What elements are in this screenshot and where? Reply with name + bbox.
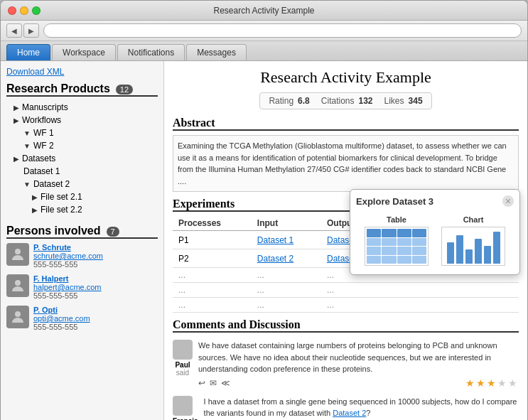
tree-dataset2[interactable]: ▼ Dataset 2 (6, 178, 158, 190)
maximize-button[interactable] (32, 6, 41, 15)
cell-dots: ... (252, 283, 321, 298)
address-bar[interactable] (43, 23, 522, 38)
toolbar: ◀ ▶ (1, 21, 527, 41)
preview-cell (397, 238, 411, 247)
chart-bar (465, 249, 473, 264)
tree-view: ▶ Manuscripts ▶ Workflows ▼ WF 1 ▼ WF 2 … (6, 101, 158, 216)
arrow-icon: ▶ (32, 206, 38, 214)
preview-cell (382, 256, 396, 264)
tab-messages[interactable]: Messages (186, 44, 247, 60)
preview-cell (397, 256, 411, 264)
arrow-icon: ▼ (23, 181, 31, 188)
tab-workspace[interactable]: Workspace (52, 44, 116, 60)
chart-bar (475, 239, 482, 264)
share-icon[interactable]: ≪ (221, 378, 230, 388)
tree-label: File set 2.1 (41, 192, 82, 202)
tree-wf1[interactable]: ▼ WF 1 (6, 126, 158, 139)
person-phone: 555-555-555 (33, 291, 102, 300)
table-option[interactable]: Table (362, 212, 431, 269)
sidebar: Download XML Research Products 12 ▶ Manu… (1, 61, 164, 420)
person-info: P. Opti opti@acme.com 555-555-555 (33, 306, 90, 331)
comments-title: Comments and Discussion (173, 318, 519, 333)
window-title: Research Activity Example (213, 6, 314, 16)
person-email[interactable]: halpert@acme.com (33, 283, 102, 291)
likes-value: 345 (409, 96, 423, 106)
person-item: P. Opti opti@acme.com 555-555-555 (6, 306, 158, 331)
reply-icon[interactable]: ↩ (198, 378, 205, 388)
tree-dataset1[interactable]: Dataset 1 (6, 165, 158, 178)
popup-header: Explore Dataset 3 × (356, 195, 514, 207)
content-area: Research Activity Example Rating 6.8 Cit… (164, 61, 527, 420)
person-email[interactable]: schrute@acme.com (33, 252, 103, 260)
person-name[interactable]: F. Halpert (33, 274, 102, 283)
cell-dots: ... (252, 298, 321, 313)
cell-dots: ... (321, 298, 391, 313)
comment-body: We have dataset containing large numbers… (198, 340, 519, 389)
popup-options: Table (356, 212, 514, 269)
cell-dots: ... (252, 268, 321, 283)
tab-home[interactable]: Home (6, 44, 50, 60)
commenter-said: said (173, 369, 193, 377)
abstract-text: Examining the TCGA Methylation (Glioblas… (173, 135, 519, 192)
col-input: Input (252, 216, 321, 231)
persons-header: Persons involved 7 (6, 225, 158, 239)
mail-icon[interactable]: ✉ (210, 378, 217, 388)
chart-bar (493, 232, 500, 264)
preview-cell (382, 247, 396, 255)
preview-cell (412, 256, 426, 264)
window-controls (8, 6, 41, 15)
preview-cell (412, 229, 426, 237)
arrow-icon: ▶ (14, 117, 19, 124)
tree-workflows[interactable]: ▶ Workflows (6, 114, 158, 126)
star-rating: ★★★★★ (465, 377, 519, 389)
person-info: F. Halpert halpert@acme.com 555-555-555 (33, 274, 102, 300)
chart-option[interactable]: Chart (438, 212, 508, 269)
avatar (173, 396, 193, 416)
tab-notifications[interactable]: Notifications (117, 44, 185, 60)
person-name[interactable]: P. Opti (33, 306, 90, 314)
popup-title: Explore Dataset 3 (356, 196, 433, 207)
tree-label: Datasets (22, 154, 55, 163)
col-processes: Processes (173, 216, 252, 231)
person-email[interactable]: opti@acme.com (33, 314, 90, 323)
comment-text: I have a dataset from a single gene bein… (204, 396, 519, 419)
arrow-icon: ▼ (23, 129, 31, 137)
popup-close-button[interactable]: × (502, 195, 514, 207)
close-button[interactable] (8, 6, 16, 15)
preview-cell (367, 229, 381, 237)
chart-bar (456, 235, 463, 264)
research-products-header: Research Products 12 (6, 82, 158, 97)
tree-label: File set 2.2 (41, 205, 82, 215)
avatar (6, 243, 29, 266)
minimize-button[interactable] (20, 6, 28, 15)
tree-manuscripts[interactable]: ▶ Manuscripts (6, 101, 158, 114)
preview-cell (382, 229, 396, 237)
comment-actions: ↩ ✉ ≪ ★★★★★ (198, 377, 519, 389)
tree-fileset21[interactable]: ▶ File set 2.1 (6, 190, 158, 203)
tree-datasets[interactable]: ▶ Datasets (6, 152, 158, 165)
persons-label: Persons involved (6, 225, 101, 237)
research-products-label: Research Products (6, 82, 110, 95)
person-name[interactable]: P. Schrute (33, 243, 103, 252)
arrow-icon: ▶ (14, 155, 19, 163)
dataset1-link[interactable]: Dataset 1 (257, 235, 293, 245)
comment-text: We have dataset containing large numbers… (198, 340, 519, 375)
research-products-count: 12 (116, 85, 133, 95)
main-window: Research Activity Example ◀ ▶ Home Works… (0, 0, 528, 420)
preview-cell (412, 247, 426, 255)
dataset2-inline-link[interactable]: Dataset 2 (333, 409, 366, 417)
persons-count: 7 (107, 227, 119, 237)
tree-fileset22[interactable]: ▶ File set 2.2 (6, 203, 158, 216)
cell-input: Dataset 2 (252, 249, 321, 268)
back-button[interactable]: ◀ (6, 23, 22, 38)
commenter-name: Francis (173, 417, 198, 421)
tree-label: Dataset 1 (23, 166, 60, 176)
dataset2-link[interactable]: Dataset 2 (257, 254, 293, 264)
tree-wf2[interactable]: ▼ WF 2 (6, 139, 158, 152)
svg-point-2 (15, 311, 21, 317)
forward-button[interactable]: ▶ (23, 23, 39, 38)
page-title: Research Activity Example (173, 68, 519, 87)
download-xml-link[interactable]: Download XML (6, 67, 158, 77)
tree-label: Manuscripts (22, 102, 68, 112)
preview-cell (367, 238, 381, 247)
